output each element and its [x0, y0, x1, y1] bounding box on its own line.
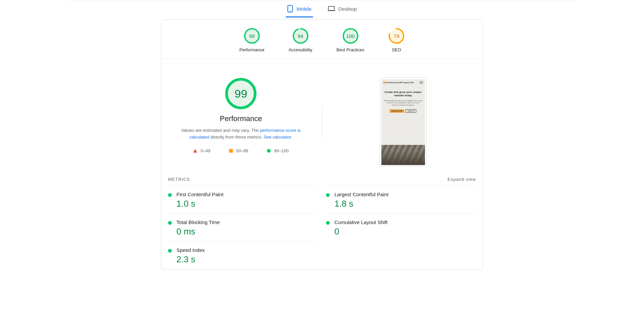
metrics-grid: First Contentful Paint1.0 sLargest Conte…	[168, 186, 476, 269]
score-gauge-performance[interactable]: 99Performance	[239, 28, 264, 52]
score-label: Accessibility	[288, 47, 312, 52]
performance-title: Performance	[161, 114, 321, 123]
device-tabs: Mobile Desktop	[67, 0, 577, 17]
hamburger-icon	[420, 81, 423, 84]
mockup-learn-more: LEARN MORE	[390, 109, 404, 113]
score-gauge-accessibility[interactable]: 94Accessibility	[288, 28, 312, 52]
legend-mid: 50–89	[229, 148, 248, 153]
mobile-icon	[287, 5, 293, 12]
metric-first-contentful-paint[interactable]: First Contentful Paint1.0 s	[168, 186, 318, 214]
metric-value: 1.0 s	[176, 199, 318, 209]
svg-rect-3	[328, 10, 335, 11]
performance-section: 99 Performance Values are estimated and …	[161, 59, 483, 177]
status-dot-icon	[326, 193, 330, 197]
metric-value: 0 ms	[176, 226, 318, 237]
performance-description: Values are estimated and may vary. The p…	[174, 127, 308, 140]
score-label: Best Practices	[336, 47, 364, 52]
performance-big-gauge: 99	[225, 77, 257, 110]
tab-mobile-label: Mobile	[297, 6, 311, 12]
score-value: 79	[388, 28, 405, 44]
status-dot-icon	[168, 221, 172, 225]
mockup-hire-us: HIRE US	[406, 109, 416, 113]
tab-desktop-label: Desktop	[338, 6, 357, 12]
metric-name: Largest Contentful Paint	[334, 192, 476, 197]
tab-desktop[interactable]: Desktop	[326, 0, 358, 17]
score-value: 100	[342, 28, 359, 44]
score-value: 99	[244, 28, 260, 44]
metric-name: First Contentful Paint	[176, 192, 318, 197]
mockup-copy: Programmatically work but low hanging fr…	[384, 100, 422, 106]
metric-largest-contentful-paint[interactable]: Largest Contentful Paint1.8 s	[326, 186, 476, 214]
score-label: SEO	[388, 47, 405, 52]
score-summary-row: 99Performance94Accessibility100Best Prac…	[161, 20, 483, 59]
performance-big-score: 99	[225, 77, 257, 110]
square-icon	[229, 149, 233, 153]
expand-view-toggle[interactable]: Expand view	[447, 177, 476, 182]
score-value: 94	[292, 28, 309, 44]
svg-rect-1	[289, 11, 291, 11]
metric-speed-index[interactable]: Speed Index2.3 s	[168, 242, 318, 269]
page-screenshot-thumbnail[interactable]: 01nethosting WP Engine Site Create and g…	[380, 77, 427, 167]
score-label: Performance	[239, 47, 264, 52]
svg-rect-2	[328, 6, 334, 10]
score-gauge-best-practices[interactable]: 100Best Practices	[336, 28, 364, 52]
mockup-headline: Create and grow your unique website toda…	[384, 91, 422, 98]
metric-value: 2.3 s	[176, 254, 318, 265]
status-dot-icon	[326, 221, 330, 225]
tab-mobile[interactable]: Mobile	[286, 0, 313, 17]
status-dot-icon	[168, 193, 172, 197]
vertical-divider	[322, 106, 322, 138]
metric-name: Cumulative Layout Shift	[334, 219, 476, 225]
metric-cumulative-layout-shift[interactable]: Cumulative Layout Shift0	[326, 214, 476, 242]
circle-icon	[267, 149, 271, 153]
desktop-icon	[328, 6, 335, 12]
score-legend: 0–49 50–89 90–100	[161, 148, 321, 153]
status-dot-icon	[168, 249, 172, 253]
metric-value: 0	[334, 226, 476, 237]
legend-high: 90–100	[267, 148, 288, 153]
see-calculator-link[interactable]: See calculator	[264, 135, 291, 140]
report-card: 99Performance94Accessibility100Best Prac…	[161, 19, 483, 270]
metrics-section-title: METRICS	[168, 177, 190, 182]
mockup-image	[381, 145, 425, 165]
metric-name: Total Blocking Time	[176, 219, 318, 225]
metric-total-blocking-time[interactable]: Total Blocking Time0 ms	[168, 214, 318, 242]
score-gauge-seo[interactable]: 79SEO	[388, 28, 405, 52]
metric-value: 1.8 s	[334, 199, 476, 209]
mockup-site-name: 01nethosting WP Engine Site	[383, 82, 414, 84]
triangle-icon	[193, 149, 197, 153]
legend-low: 0–49	[193, 148, 210, 153]
metric-name: Speed Index	[176, 247, 318, 253]
